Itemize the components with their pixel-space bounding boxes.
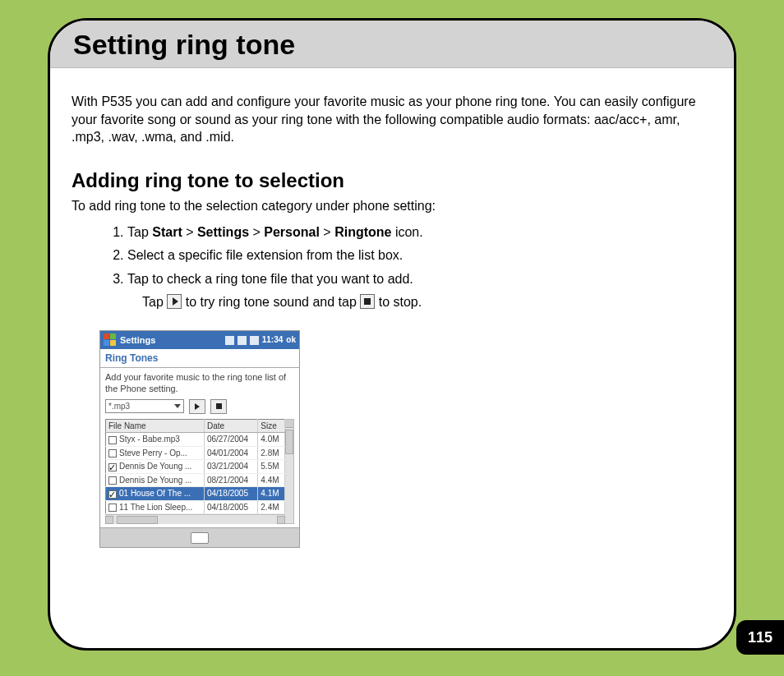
row-checkbox[interactable] (108, 490, 117, 499)
step-2: Select a specific file extension from th… (127, 246, 713, 264)
ss-tab-label[interactable]: Ring Tones (100, 349, 299, 368)
table-row[interactable]: Styx - Babe.mp306/27/20044.0M (106, 433, 285, 447)
row-checkbox[interactable] (108, 463, 117, 471)
row-checkbox[interactable] (108, 476, 117, 485)
ss-titlebar: Settings 11:34 ok (100, 331, 299, 349)
cell-filename: Dennis De Young ... (106, 460, 205, 474)
cell-date: 04/18/2005 (204, 487, 257, 501)
cell-filename: 11 The Lion Sleep... (106, 500, 205, 514)
volume-icon[interactable] (250, 336, 259, 345)
row-filename: 11 The Lion Sleep... (119, 503, 192, 512)
stop-icon (360, 294, 375, 309)
row-filename: Dennis De Young ... (119, 462, 191, 471)
step-1-ringtone: Ringtone (334, 225, 391, 239)
device-screenshot: Settings 11:34 ok Ring Tones Add your fa… (99, 330, 300, 548)
cell-date: 04/01/2004 (204, 446, 257, 460)
cell-size: 2.4M (258, 500, 285, 514)
cell-size: 4.1M (258, 487, 285, 501)
scroll-left-arrow-icon[interactable] (105, 516, 113, 524)
cell-size: 4.0M (258, 433, 285, 447)
step-1-suffix: icon. (391, 225, 422, 239)
title-band: Setting ring tone (50, 21, 734, 68)
step-1-sep2: > (249, 225, 264, 239)
cell-filename: 01 House Of The ... (106, 487, 205, 501)
table-row[interactable]: Dennis De Young ...08/21/20044.4M (106, 473, 285, 487)
cell-filename: Steve Perry - Op... (106, 446, 205, 460)
cell-filename: Styx - Babe.mp3 (106, 433, 205, 447)
step-1-settings: Settings (197, 225, 249, 239)
step-3: Tap to check a ring tone file that you w… (127, 270, 713, 310)
scroll-up-arrow-icon[interactable] (285, 420, 293, 428)
table-row[interactable]: Steve Perry - Op...04/01/20042.8M (106, 446, 285, 460)
cell-size: 4.4M (258, 473, 285, 487)
section-intro: To add ring tone to the selection catego… (71, 197, 713, 215)
step-3-sub-post: to stop. (375, 295, 422, 309)
section-heading: Adding ring tone to selection (71, 168, 713, 194)
stop-icon (216, 403, 222, 409)
play-icon (167, 294, 182, 309)
step-1-start: Start (152, 225, 182, 239)
page-frame: Setting ring tone With P535 you can add … (48, 18, 736, 651)
step-3-sub: Tap to try ring tone sound and tap to st… (142, 293, 713, 311)
cell-date: 04/18/2005 (204, 500, 257, 514)
step-1-sep3: > (320, 225, 334, 239)
ss-title: Settings (120, 334, 155, 347)
page-title: Setting ring tone (73, 29, 711, 61)
row-filename: 01 House Of The ... (119, 489, 191, 498)
cell-filename: Dennis De Young ... (106, 473, 205, 487)
step-1-sep1: > (182, 225, 197, 239)
row-checkbox[interactable] (108, 436, 117, 444)
scroll-right-arrow-icon[interactable] (277, 516, 285, 524)
play-button[interactable] (189, 399, 205, 414)
signal-icon[interactable] (238, 336, 247, 345)
page-number-tab: 115 (736, 620, 784, 655)
intro-paragraph: With P535 you can add and configure your… (71, 93, 713, 146)
cell-size: 2.8M (258, 446, 285, 460)
cell-date: 03/21/2004 (204, 460, 257, 474)
step-1-prefix: Tap (127, 225, 152, 239)
filetype-combo[interactable]: *.mp3 (105, 399, 184, 413)
col-filename[interactable]: File Name (106, 419, 205, 433)
stop-button[interactable] (210, 399, 227, 414)
keyboard-icon[interactable] (191, 532, 209, 544)
scroll-thumb[interactable] (117, 516, 158, 524)
col-date[interactable]: Date (204, 419, 257, 433)
row-checkbox[interactable] (108, 449, 117, 458)
cell-date: 06/27/2004 (204, 433, 257, 447)
page-number: 115 (748, 629, 772, 646)
filetype-combo-value: *.mp3 (108, 401, 130, 412)
scroll-thumb-v[interactable] (285, 430, 293, 454)
col-size[interactable]: Size (258, 419, 285, 433)
table-row[interactable]: Dennis De Young ...03/21/20045.5M (106, 460, 285, 474)
ss-time: 11:34 (262, 334, 284, 346)
horizontal-scrollbar[interactable] (105, 514, 285, 524)
step-3-sub-mid: to try ring tone sound and tap (182, 295, 360, 309)
sip-bar (100, 527, 299, 547)
step-3-sub-pre: Tap (142, 295, 167, 309)
step-1: Tap Start > Settings > Personal > Ringto… (127, 223, 713, 241)
step-3-text: Tap to check a ring tone file that you w… (127, 272, 413, 286)
table-row[interactable]: 01 House Of The ...04/18/20054.1M (106, 487, 285, 501)
ringtone-table: File Name Date Size Styx - Babe.mp306/27… (105, 419, 285, 515)
row-checkbox[interactable] (108, 504, 117, 512)
table-header-row: File Name Date Size (106, 419, 285, 433)
play-icon (195, 403, 200, 410)
row-filename: Dennis De Young ... (119, 476, 191, 485)
step-1-personal: Personal (264, 225, 320, 239)
cell-size: 5.5M (258, 460, 285, 474)
steps-list: Tap Start > Settings > Personal > Ringto… (127, 223, 713, 310)
vertical-scrollbar[interactable] (285, 419, 294, 525)
start-flag-icon[interactable] (104, 333, 117, 347)
content-area: With P535 you can add and configure your… (50, 68, 734, 548)
ss-body: Add your favorite music to the ring tone… (100, 368, 299, 527)
row-filename: Styx - Babe.mp3 (119, 435, 180, 444)
ss-description: Add your favorite music to the ring tone… (105, 372, 294, 393)
cell-date: 08/21/2004 (204, 473, 257, 487)
row-filename: Steve Perry - Op... (119, 448, 187, 458)
ss-toolbar: *.mp3 (105, 399, 294, 414)
connectivity-icon[interactable] (225, 336, 234, 345)
ok-button[interactable]: ok (286, 334, 296, 346)
table-row[interactable]: 11 The Lion Sleep...04/18/20052.4M (106, 500, 285, 514)
